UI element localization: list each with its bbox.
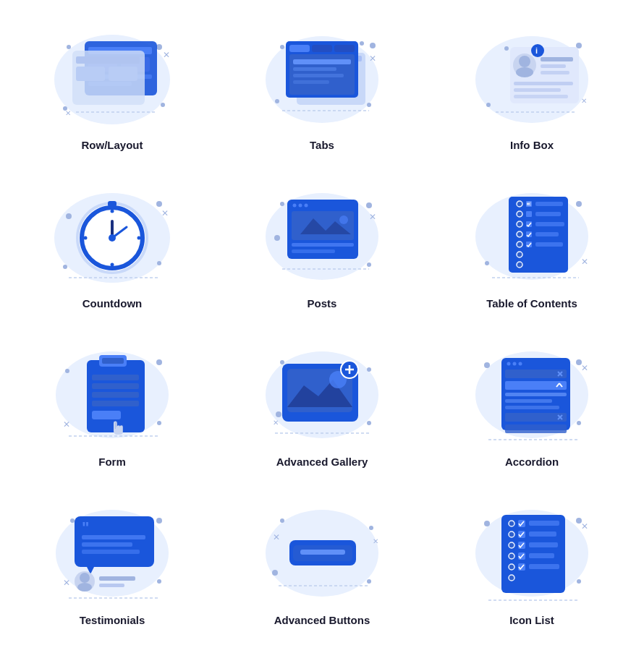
svg-point-183: [280, 518, 284, 523]
widget-tabs[interactable]: ✕ Tabs: [217, 14, 427, 166]
testimonials-icon: " ✕: [47, 500, 177, 605]
widget-advanced-gallery[interactable]: ✕ Advanced Gallery: [217, 331, 427, 482]
svg-text:✕: ✕: [163, 50, 170, 60]
svg-point-199: [509, 531, 514, 537]
widget-advanced-buttons[interactable]: ✕ ✕ Advanced Buttons: [217, 490, 427, 641]
svg-rect-124: [92, 401, 139, 406]
svg-rect-173: [82, 550, 140, 554]
svg-rect-120: [102, 358, 124, 364]
svg-text:✕: ✕: [369, 54, 376, 64]
svg-point-70: [157, 261, 161, 265]
accordion-icon: ✕: [467, 342, 597, 447]
widget-accordion[interactable]: ✕ Accordion: [427, 331, 637, 482]
svg-point-139: [367, 367, 371, 372]
spacer-divider-icon: ✕: [47, 659, 177, 666]
svg-rect-156: [505, 393, 567, 396]
svg-rect-107: [535, 222, 564, 226]
toc-label: Table of Contents: [486, 297, 577, 309]
svg-text:✕: ✕: [581, 521, 588, 531]
svg-point-61: [111, 210, 114, 213]
svg-point-83: [339, 215, 348, 224]
svg-point-93: [517, 201, 522, 207]
svg-point-117: [65, 369, 69, 373]
svg-point-43: [516, 67, 533, 77]
svg-rect-157: [505, 399, 552, 403]
svg-point-74: [280, 202, 284, 206]
widget-form[interactable]: ✕ Form: [7, 331, 217, 482]
svg-point-98: [517, 252, 522, 257]
svg-point-91: [485, 261, 489, 265]
svg-rect-105: [535, 212, 561, 216]
svg-point-57: [63, 265, 67, 269]
countdown-label: Countdown: [82, 297, 142, 309]
widget-info-box[interactable]: i ✕ Info Box: [427, 14, 637, 166]
svg-text:✕: ✕: [581, 97, 587, 105]
widget-spacer-divider[interactable]: ✕ Spacer/Divider: [7, 648, 217, 666]
svg-rect-172: [82, 542, 132, 547]
svg-point-80: [305, 204, 308, 208]
svg-point-63: [84, 236, 88, 240]
advanced-gallery-icon: ✕: [257, 342, 387, 447]
svg-point-195: [577, 579, 581, 584]
svg-point-95: [517, 221, 522, 227]
svg-text:✕: ✕: [581, 363, 588, 373]
svg-rect-30: [293, 67, 336, 71]
svg-point-20: [367, 103, 371, 107]
posts-icon: ✕: [257, 184, 387, 289]
advanced-gallery-label: Advanced Gallery: [276, 456, 368, 468]
icon-list-label: Icon List: [509, 614, 554, 626]
svg-rect-85: [292, 249, 335, 253]
svg-point-143: [484, 362, 490, 368]
svg-text:✕: ✕: [65, 109, 71, 117]
widget-row-layout[interactable]: ✕ ✕ Row/Layout: [7, 14, 217, 166]
svg-point-184: [367, 579, 371, 584]
widget-posts[interactable]: ✕ Posts: [217, 173, 427, 324]
svg-point-166: [70, 518, 75, 523]
widget-countdown[interactable]: ✕ Countdown: [7, 173, 217, 324]
svg-point-200: [509, 542, 514, 548]
svg-point-129: [280, 360, 284, 364]
tabs-label: Tabs: [310, 139, 334, 151]
toc-icon: ✕: [467, 184, 597, 289]
svg-rect-150: [505, 370, 567, 378]
svg-text:✕: ✕: [581, 257, 588, 267]
form-label: Form: [98, 456, 126, 468]
svg-point-34: [275, 99, 279, 103]
svg-rect-44: [541, 57, 573, 61]
svg-rect-31: [293, 74, 344, 77]
svg-point-148: [513, 362, 517, 366]
svg-text:": ": [82, 518, 89, 537]
svg-point-1: [67, 45, 71, 49]
testimonials-label: Testimonials: [80, 614, 145, 626]
svg-point-90: [576, 201, 582, 207]
svg-point-198: [509, 521, 514, 526]
svg-rect-29: [293, 59, 351, 64]
svg-point-96: [517, 231, 522, 237]
svg-rect-26: [312, 45, 332, 52]
svg-point-149: [519, 362, 522, 366]
svg-point-177: [77, 583, 92, 592]
widget-icon[interactable]: ✕ ✕ Icon: [217, 648, 427, 666]
advanced-buttons-label: Advanced Buttons: [274, 614, 370, 626]
widget-toc[interactable]: ✕ Table of Contents: [427, 173, 637, 324]
svg-rect-122: [92, 383, 139, 389]
svg-rect-32: [293, 80, 329, 84]
svg-rect-14: [109, 67, 137, 81]
svg-rect-121: [92, 375, 139, 380]
svg-rect-103: [535, 202, 563, 206]
widget-grid: ✕ ✕ Row/Layout: [7, 14, 637, 666]
widget-testimonials[interactable]: " ✕ Testimonials: [7, 490, 217, 641]
svg-point-168: [156, 518, 162, 524]
svg-point-144: [577, 421, 581, 425]
svg-point-38: [576, 43, 582, 48]
svg-point-186: [369, 526, 373, 530]
svg-point-42: [519, 56, 530, 67]
widget-icon-list[interactable]: ✕ Icon List: [427, 490, 637, 641]
svg-point-167: [157, 579, 161, 584]
svg-rect-178: [99, 576, 135, 581]
svg-point-64: [137, 236, 141, 240]
svg-point-19: [280, 45, 284, 49]
widget-advanced-heading[interactable]: ✕ Advanced Heading: [427, 648, 637, 666]
svg-point-21: [370, 43, 376, 48]
svg-point-78: [293, 204, 297, 208]
